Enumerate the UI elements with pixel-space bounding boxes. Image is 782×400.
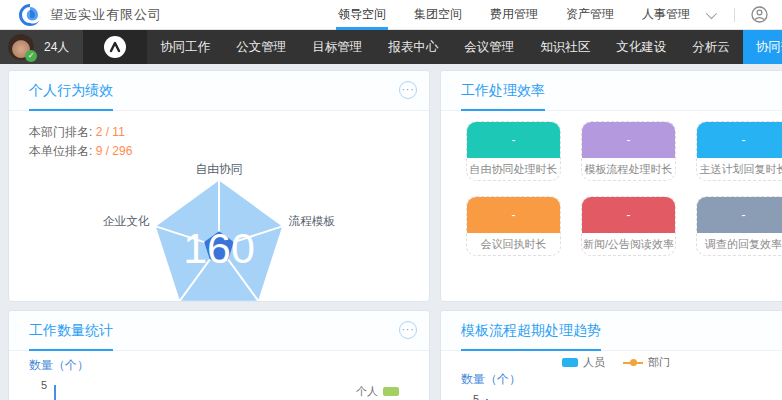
user-avatar[interactable]: ✓ [8,34,34,60]
kpi-value: - [697,122,782,158]
panel-template-overdue-trend: 模板流程超期处理趋势 人员 部门 数量（个） 5 4 [440,310,782,400]
radar-chart[interactable]: 自由协同 流程模板 日常工作 知识积累 企业文化 160 [9,159,429,302]
panel-efficiency-header: 工作处理效率 [441,71,782,111]
nav-menu: 协同工作 公文管理 目标管理 报表中心 会议管理 知识社区 文化建设 分析云 协… [147,30,782,64]
company-name: 望远实业有限公司 [50,6,162,24]
kpi-label: 调查的回复效率 [697,233,782,255]
chevron-down-icon[interactable] [706,7,717,18]
people-count[interactable]: 24人 [44,39,69,56]
dept-rank-row: 本部门排名: 2 / 11 [29,123,429,142]
panel-personal-behavior: 个人行为绩效 ··· 本部门排名: 2 / 11 本单位排名: 9 / 296 … [8,70,430,302]
nav-item-doc-mgmt[interactable]: 公文管理 [223,30,299,64]
legend-item-department[interactable]: 部门 [623,355,670,370]
panel-personal-title: 个人行为绩效 [29,82,113,111]
panel-efficiency-title: 工作处理效率 [461,82,545,111]
topbar-item-group-space[interactable]: 集团空间 [414,0,462,30]
y-axis-line [54,385,56,400]
dept-rank-label: 本部门排名: [29,125,92,139]
company-logo-icon [18,3,42,27]
panel-work-efficiency: 工作处理效率 - 自由协同处理时长 - 模板流程处理时长 - 主送计划回复时长 … [440,70,782,302]
kpi-card-free-collab-duration[interactable]: - 自由协同处理时长 [466,121,561,181]
rank-summary: 本部门排名: 2 / 11 本单位排名: 9 / 296 [9,111,429,161]
kpi-card-template-flow-duration[interactable]: - 模板流程处理时长 [581,121,676,181]
kpi-card-plan-reply-duration[interactable]: - 主送计划回复时长 [696,121,782,181]
trend-chart[interactable]: 人员 部门 数量（个） 5 4 [441,351,782,400]
workcount-chart[interactable]: 数量（个） 5 4 个人 部门 [9,351,429,400]
panel-work-count: 工作数量统计 ··· 数量（个） 5 4 个人 部门 [8,310,430,400]
caret-up-circle-icon[interactable] [104,36,126,58]
topbar-item-leader-space[interactable]: 领导空间 [338,0,386,30]
legend-rect-swatch [383,387,399,396]
radar-label-free-collab: 自由协同 [196,162,243,175]
kpi-cards: - 自由协同处理时长 - 模板流程处理时长 - 主送计划回复时长 - 会议回执时… [441,111,782,256]
panel-personal-header: 个人行为绩效 ··· [9,71,429,111]
nav-user-segment: ✓ 24人 [0,30,83,64]
nav-item-knowledge-community[interactable]: 知识社区 [527,30,603,64]
legend-label: 个人 [356,383,378,400]
nav-item-goal-mgmt[interactable]: 目标管理 [299,30,375,64]
y-axis-label: 数量（个） [29,357,413,374]
more-options-button[interactable]: ··· [399,81,417,99]
y-axis-label: 数量（个） [461,371,775,388]
kpi-card-survey-reply-efficiency[interactable]: - 调查的回复效率 [696,196,782,256]
nav-item-analysis-cloud[interactable]: 分析云 [679,30,743,64]
unit-rank-value: 9 / 296 [96,144,133,158]
radar-score: 160 [183,224,255,272]
y-tick-5: 5 [23,379,47,391]
legend-linedot-swatch [623,358,643,367]
kpi-value: - [582,197,675,233]
plot-region: 5 4 个人 部门 [23,377,413,400]
radar-label-culture: 企业文化 [103,214,150,227]
nav-item-culture[interactable]: 文化建设 [603,30,679,64]
main-nav-bar: ✓ 24人 协同工作 公文管理 目标管理 报表中心 会议管理 知识社区 文化建设… [0,30,782,64]
plot-region: 5 4 [455,391,775,400]
panel-trend-title: 模板流程超期处理趋势 [461,322,601,351]
legend-item-people[interactable]: 人员 [562,355,605,370]
kpi-value: - [582,122,675,158]
nav-item-collab-work[interactable]: 协同工作 [147,30,223,64]
legend-label: 部门 [648,355,670,370]
legend-label: 人员 [583,355,605,370]
panel-workcount-title: 工作数量统计 [29,322,113,351]
legend-rect-swatch [562,358,578,367]
chart-legend: 个人 部门 [352,383,399,400]
user-circle-icon[interactable] [751,6,768,23]
kpi-label: 会议回执时长 [467,233,560,255]
kpi-value: - [697,197,782,233]
nav-item-meeting-mgmt[interactable]: 会议管理 [451,30,527,64]
kpi-label: 主送计划回复时长 [697,158,782,180]
radar-label-flow-template: 流程模板 [288,214,335,227]
nav-item-collab-cockpit[interactable]: 协同驾驶舱 [743,30,782,64]
more-options-button[interactable]: ··· [399,321,417,339]
legend-item-personal[interactable]: 个人 [352,383,399,400]
kpi-value: - [467,197,560,233]
panel-workcount-header: 工作数量统计 ··· [9,311,429,351]
kpi-card-meeting-receipt-duration[interactable]: - 会议回执时长 [466,196,561,256]
panel-trend-header: 模板流程超期处理趋势 [441,311,782,351]
kpi-card-news-read-efficiency[interactable]: - 新闻/公告阅读效率 [581,196,676,256]
dept-rank-value: 2 / 11 [96,125,125,139]
online-status-badge: ✓ [25,50,37,62]
top-bar: 望远实业有限公司 领导空间 集团空间 费用管理 资产管理 人事管理 [0,0,782,30]
kpi-label: 模板流程处理时长 [582,158,675,180]
chart-legend: 人员 部门 [441,355,782,370]
nav-home-segment [83,30,147,64]
unit-rank-label: 本单位排名: [29,144,92,158]
nav-item-report-center[interactable]: 报表中心 [375,30,451,64]
topbar-item-asset-mgmt[interactable]: 资产管理 [566,0,614,30]
kpi-label: 自由协同处理时长 [467,158,560,180]
topbar-divider [734,8,735,22]
kpi-value: - [467,122,560,158]
topbar-item-hr-mgmt[interactable]: 人事管理 [642,0,690,30]
y-tick-5: 5 [455,393,479,400]
topbar-item-expense-mgmt[interactable]: 费用管理 [490,0,538,30]
kpi-label: 新闻/公告阅读效率 [582,233,675,255]
